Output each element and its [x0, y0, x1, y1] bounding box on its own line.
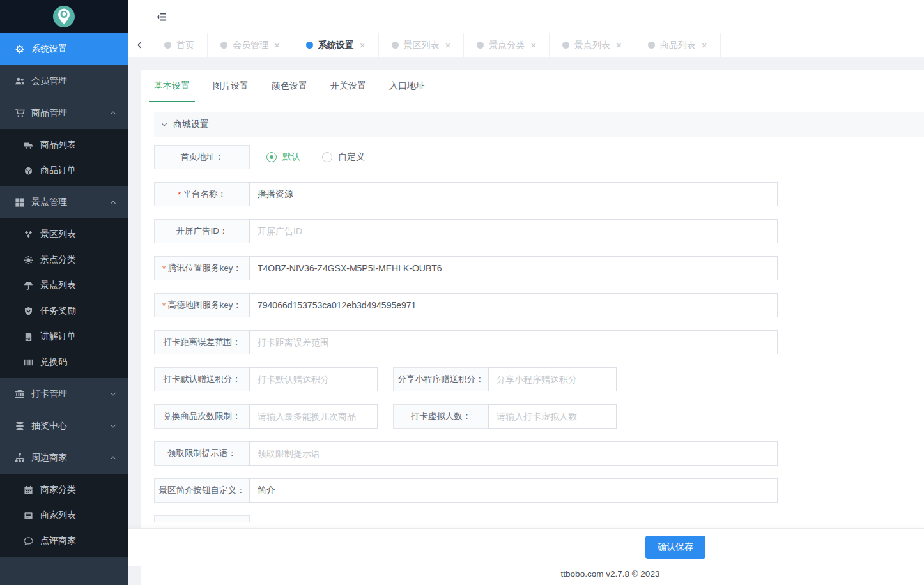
tab-spot-list[interactable]: 景点列表 ×: [550, 33, 635, 57]
form-row-claim-limit-tip: 领取限制提示语：: [154, 441, 924, 466]
sidebar-group-nearby-merchants[interactable]: 周边商家: [0, 442, 128, 474]
radio-default[interactable]: 默认: [266, 151, 300, 163]
form-row-scenic-intro-button: 景区简介按钮自定义：: [154, 478, 924, 503]
tab-color-settings[interactable]: 颜色设置: [272, 70, 307, 102]
field-label: 景区简介按钮自定义：: [154, 478, 250, 503]
sidebar-item-task-rewards[interactable]: 任务奖励: [0, 298, 128, 324]
sidebar-item-scenic-area-list[interactable]: 景区列表: [0, 222, 128, 247]
field-label-text: 景区简介按钮自定义：: [159, 485, 245, 496]
chevron-left-icon: [135, 41, 144, 49]
form-row-checkin-distance-tolerance: 打卡距离误差范围：: [154, 330, 924, 354]
confirm-save-button[interactable]: 确认保存: [645, 536, 705, 559]
sidebar-item-label: 商品列表: [40, 139, 76, 151]
close-icon[interactable]: ×: [530, 40, 536, 50]
tencent-location-key-input[interactable]: [249, 256, 778, 280]
required-mark: *: [178, 190, 181, 199]
sidebar-item-label: 景点管理: [31, 197, 67, 208]
checkin-distance-tolerance-input[interactable]: [249, 330, 778, 354]
tab-label: 商品列表: [660, 40, 696, 51]
form-row-splash-ad-id: 开屏广告ID：: [154, 219, 924, 243]
sidebar-item-label: 商家列表: [40, 510, 76, 521]
section-header-mall-settings[interactable]: 商城设置: [154, 112, 924, 137]
sidebar-item-label: 景区列表: [40, 229, 76, 240]
field-label-text: 打卡虚拟人数：: [411, 411, 472, 422]
field-label-text: 兑换商品次数限制：: [163, 411, 241, 422]
radio-custom[interactable]: 自定义: [322, 151, 365, 163]
field-label: 打卡虚拟人数：: [393, 404, 489, 429]
sidebar-item-goods-list[interactable]: 商品列表: [0, 132, 128, 158]
sidebar-item-goods-orders[interactable]: 商品订单: [0, 158, 128, 183]
sidebar-item-guide-orders[interactable]: 讲解订单: [0, 324, 128, 349]
tab-entry-address[interactable]: 入口地址: [389, 70, 425, 102]
tab-spot-category[interactable]: 景点分类 ×: [464, 33, 550, 57]
close-icon[interactable]: ×: [274, 40, 280, 50]
close-icon[interactable]: ×: [445, 40, 451, 50]
submenu-scenic: 景区列表 景点分类 景点列表 任务奖励 讲解订单 兑换码: [0, 218, 128, 378]
sidebar-item-spot-list[interactable]: 景点列表: [0, 273, 128, 298]
cart-icon: [15, 108, 25, 118]
splash-ad-id-input[interactable]: [249, 219, 778, 243]
main-area: 首页 会员管理 × 系统设置 × 景区列表 × 景点分类 × 景点列表 ×: [128, 0, 924, 585]
platform-name-input[interactable]: [249, 182, 778, 206]
chevron-up-icon: [109, 109, 117, 117]
settings-tab-label: 基本设置: [154, 80, 190, 92]
share-miniprogram-points-input[interactable]: [488, 367, 617, 391]
form-row-cutoff: [154, 515, 250, 522]
chevron-down-icon: [109, 422, 117, 430]
sidebar-group-goods-management[interactable]: 商品管理: [0, 97, 128, 129]
truck-icon: [24, 141, 33, 150]
field-label: * 平台名称：: [154, 182, 250, 206]
form-row-points-pair: 打卡默认赠送积分： 分享小程序赠送积分：: [154, 367, 924, 391]
grid-icon: [15, 197, 25, 208]
section-title: 商城设置: [173, 119, 209, 130]
sidebar-group-lottery-center[interactable]: 抽奖中心: [0, 410, 128, 442]
chevron-up-icon: [109, 454, 117, 462]
sidebar-item-redeem-codes[interactable]: 兑换码: [0, 349, 128, 375]
comment-icon: [24, 536, 33, 546]
field-label: * 腾讯位置服务key：: [154, 256, 250, 280]
tab-basic-settings[interactable]: 基本设置: [154, 70, 190, 102]
tab-goods-list[interactable]: 商品列表 ×: [635, 33, 721, 57]
barcode-icon: [24, 358, 33, 367]
redeem-limit-input[interactable]: [249, 404, 378, 429]
radio-unselected-icon: [322, 152, 332, 162]
sun-icon: [24, 255, 33, 265]
claim-limit-tip-input[interactable]: [249, 441, 778, 466]
sidebar-group-scenic-spot-management[interactable]: 景点管理: [0, 186, 128, 218]
sidebar-item-system-settings[interactable]: 系统设置: [0, 33, 128, 65]
field-label-text: 高德地图服务key：: [167, 300, 242, 311]
close-icon[interactable]: ×: [616, 40, 622, 50]
field-label: 首页地址：: [154, 145, 250, 169]
sidebar-item-merchant-reviews[interactable]: 点评商家: [0, 528, 128, 554]
field-label: 开屏广告ID：: [154, 219, 250, 243]
tab-label: 系统设置: [318, 40, 354, 51]
scenic-intro-button-input[interactable]: [249, 478, 778, 503]
checkin-virtual-users-input[interactable]: [488, 404, 617, 429]
tab-image-settings[interactable]: 图片设置: [213, 70, 249, 102]
tab-home[interactable]: 首页: [151, 33, 208, 57]
sidebar-item-label: 任务奖励: [40, 305, 76, 317]
sidebar-item-spot-category[interactable]: 景点分类: [0, 247, 128, 273]
radio-label: 默认: [282, 151, 300, 163]
close-icon[interactable]: ×: [702, 40, 707, 50]
tab-member-management[interactable]: 会员管理 ×: [208, 33, 293, 57]
sidebar-item-merchant-category[interactable]: 商家分类: [0, 477, 128, 503]
close-icon[interactable]: ×: [360, 40, 366, 50]
amap-key-input[interactable]: [249, 293, 778, 317]
tabs-scroll-left-button[interactable]: [128, 33, 151, 57]
sidebar-group-checkin-management[interactable]: 打卡管理: [0, 378, 128, 410]
sidebar-item-member-management[interactable]: 会员管理: [0, 65, 128, 97]
tab-scenic-area-list[interactable]: 景区列表 ×: [379, 33, 465, 57]
field-label: 分享小程序赠送积分：: [393, 367, 489, 391]
content-area: 基本设置 图片设置 颜色设置 开关设置 入口地址 商城设置: [128, 57, 924, 585]
field-label-text: 平台名称：: [183, 188, 226, 200]
tab-label: 首页: [176, 40, 194, 51]
tab-switch-settings[interactable]: 开关设置: [330, 70, 366, 102]
tab-system-settings[interactable]: 系统设置 ×: [293, 33, 379, 57]
sidebar-item-merchant-list[interactable]: 商家列表: [0, 503, 128, 528]
sidebar-fold-icon[interactable]: [155, 11, 167, 22]
checkin-default-points-input[interactable]: [249, 367, 378, 391]
list-icon: [24, 511, 33, 520]
sidebar-item-label: 会员管理: [31, 75, 67, 87]
footer-text: ttbobo.com v2.7.8 © 2023: [561, 569, 660, 579]
